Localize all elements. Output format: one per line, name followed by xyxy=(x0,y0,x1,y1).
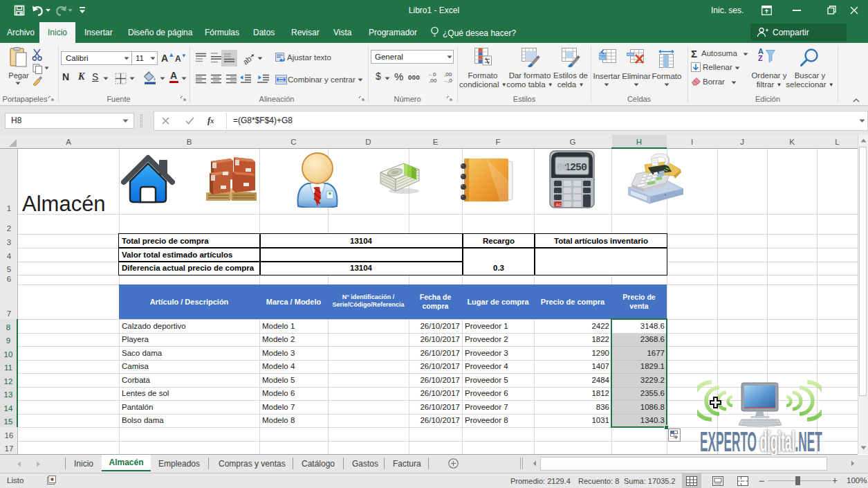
svg-text:00: 00 xyxy=(557,162,569,174)
svg-text:ab: ab xyxy=(242,55,253,65)
svg-text:AC: AC xyxy=(556,203,562,207)
